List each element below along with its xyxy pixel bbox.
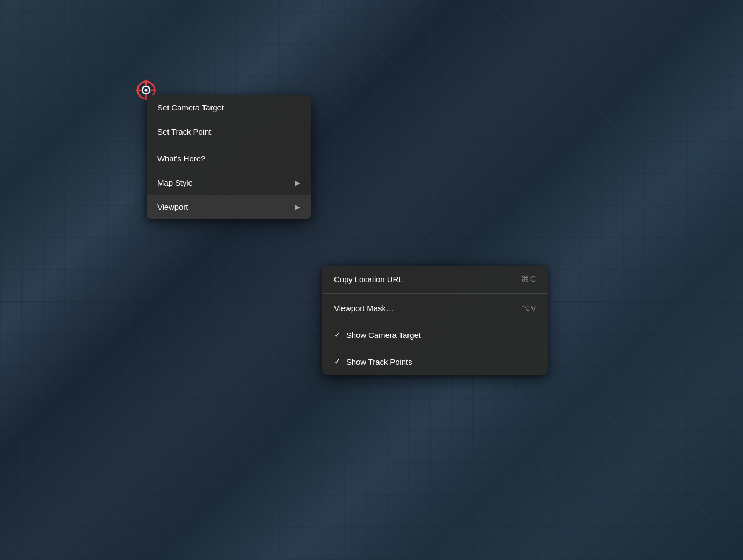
- menu-item-map-style[interactable]: Map Style ▶: [147, 171, 311, 195]
- show-track-points-checkmark: ✓: [334, 357, 341, 366]
- menu-item-set-camera-target[interactable]: Set Camera Target: [147, 95, 311, 120]
- menu-item-whats-here[interactable]: What's Here?: [147, 146, 311, 171]
- map-style-arrow: ▶: [295, 179, 300, 187]
- cmd-symbol: ⌘: [521, 274, 529, 284]
- viewport-label: Viewport: [157, 202, 188, 211]
- show-track-points-label: Show Track Points: [346, 357, 412, 366]
- submenu-item-show-track-points[interactable]: ✓ Show Track Points: [322, 348, 548, 375]
- viewport-mask-label: Viewport Mask…: [334, 304, 394, 313]
- submenu-item-viewport-mask[interactable]: Viewport Mask… ⌥ V: [322, 295, 548, 321]
- submenu-item-show-camera-target[interactable]: ✓ Show Camera Target: [322, 321, 548, 348]
- menu-item-set-track-point[interactable]: Set Track Point: [147, 120, 311, 144]
- viewport-mask-shortcut: ⌥ V: [522, 304, 536, 313]
- submenu-divider-1: [322, 293, 548, 294]
- copy-location-url-label: Copy Location URL: [334, 275, 403, 284]
- show-track-points-check-label: ✓ Show Track Points: [334, 357, 412, 366]
- whats-here-label: What's Here?: [157, 154, 205, 163]
- copy-location-key: C: [530, 275, 536, 283]
- viewport-arrow: ▶: [295, 203, 300, 211]
- set-camera-target-label: Set Camera Target: [157, 103, 224, 112]
- menu-item-viewport[interactable]: Viewport ▶: [147, 195, 311, 219]
- show-camera-target-checkmark: ✓: [334, 330, 341, 340]
- show-camera-target-label: Show Camera Target: [346, 330, 421, 340]
- divider-1: [147, 145, 311, 145]
- svg-point-6: [145, 89, 148, 92]
- viewport-submenu: Copy Location URL ⌘ C Viewport Mask… ⌥ V…: [322, 266, 548, 375]
- submenu-item-copy-location-url[interactable]: Copy Location URL ⌘ C: [322, 266, 548, 292]
- primary-context-menu: Set Camera Target Set Track Point What's…: [147, 95, 311, 219]
- copy-location-shortcut: ⌘ C: [521, 274, 536, 284]
- map-style-label: Map Style: [157, 178, 193, 187]
- show-camera-target-check-label: ✓ Show Camera Target: [334, 330, 421, 340]
- option-symbol: ⌥: [522, 304, 530, 312]
- set-track-point-label: Set Track Point: [157, 127, 211, 136]
- viewport-mask-key: V: [531, 304, 536, 313]
